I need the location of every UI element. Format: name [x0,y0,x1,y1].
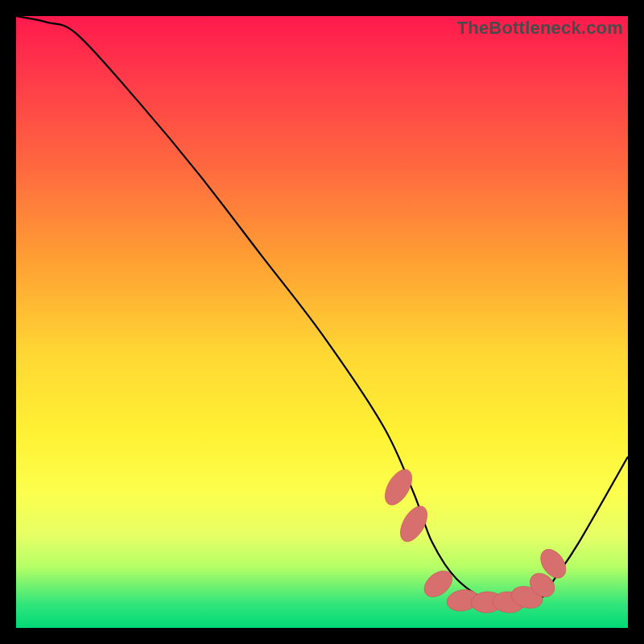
curve-svg [16,16,628,628]
marker-group [380,465,572,613]
gradient-plot-area: TheBottleneck.com [16,16,628,628]
curve-marker [395,502,433,546]
bottleneck-curve-path [16,16,628,605]
chart-stage: TheBottleneck.com [0,0,644,644]
